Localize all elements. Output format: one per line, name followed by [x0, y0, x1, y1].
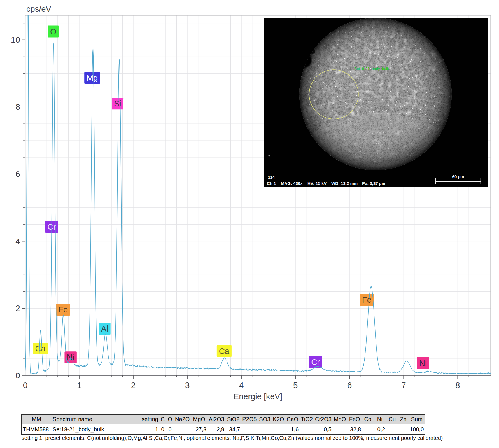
element-label-Fe-4: Fe	[56, 304, 70, 316]
table-cell: 2,9	[207, 424, 225, 434]
column-header-spectrum-name: Spectrum name	[52, 414, 141, 424]
x-tick-label: 7	[401, 381, 406, 390]
y-tick-label: 8	[15, 102, 20, 111]
column-header-cu: Cu	[386, 414, 398, 424]
table-header-row: MMSpectrum namesettingCONa2OMgOAl2O3SiO2…	[21, 414, 425, 424]
element-label-text: Fe	[58, 305, 68, 314]
element-label-Cr-9: Cr	[309, 356, 322, 368]
sem-high-voltage: HV: 15 kV	[307, 181, 327, 186]
sem-dust-speck	[269, 155, 270, 157]
x-tick-label: 3	[185, 381, 190, 390]
table-footnote: setting 1: preset elements: C(not unfold…	[22, 435, 470, 441]
table-cell	[272, 424, 285, 434]
element-label-text: Al	[101, 324, 108, 333]
column-header-o: O	[166, 414, 174, 424]
table-cell: Set18-21_body_bulk	[52, 424, 141, 434]
x-axis-ticks: 012345678	[23, 375, 490, 390]
column-header-c: C	[159, 414, 166, 424]
element-label-Al-7: Al	[99, 323, 111, 335]
column-header-sum: Sum	[409, 414, 425, 424]
column-header-co: Co	[362, 414, 373, 424]
x-tick-label: 4	[239, 381, 244, 390]
x-tick-label: 2	[131, 381, 136, 390]
column-header-na2o: Na2O	[174, 414, 191, 424]
table-cell: 32,8	[347, 424, 362, 434]
column-header-zn: Zn	[398, 414, 409, 424]
y-tick-label: 10	[11, 35, 20, 44]
sem-frame-number: 114	[268, 175, 275, 179]
column-header-tio2: TiO2	[300, 414, 314, 424]
column-header-so3: SO3	[258, 414, 272, 424]
y-tick-label: 6	[15, 169, 20, 179]
table-cell	[386, 424, 398, 434]
element-label-text: Ca	[219, 347, 230, 356]
analysis-region-label: Set18-21_body_bulk	[354, 67, 389, 71]
x-axis-title: Energie [keV]	[216, 392, 300, 401]
element-label-text: Fe	[362, 295, 372, 304]
x-tick-label: 6	[347, 381, 352, 390]
table-cell	[174, 424, 191, 434]
y-tick-label: 0	[15, 371, 20, 380]
sem-inset-image: Set18-21_body_bulk 114 Ch 1MAG: 430xHV: …	[264, 18, 488, 187]
table-cell: 0,2	[373, 424, 386, 434]
table-cell	[333, 424, 347, 434]
table-cell: 34,7	[225, 424, 241, 434]
sem-channel: Ch 1	[267, 181, 276, 186]
column-header-mno: MnO	[333, 414, 347, 424]
y-tick-label: 4	[15, 237, 20, 246]
table-cell: 27,3	[191, 424, 207, 434]
element-label-Fe-10: Fe	[360, 294, 374, 306]
sem-rim-shadow	[299, 18, 452, 170]
column-header-p2o5: P2O5	[241, 414, 258, 424]
table-cell: 1	[141, 424, 159, 434]
element-label-text: O	[50, 27, 57, 36]
x-tick-label: 0	[23, 381, 28, 390]
element-label-text: Cr	[311, 358, 320, 367]
table-row: THMM588Set18-21_body_bulk10027,32,934,71…	[21, 424, 425, 434]
x-tick-label: 1	[77, 381, 82, 390]
element-label-text: Ni	[419, 359, 427, 368]
column-header-sio2: SiO2	[225, 414, 241, 424]
column-header-al2o3: Al2O3	[207, 414, 225, 424]
y-tick-label: 2	[15, 304, 20, 313]
scale-bar-label: 60 µm	[452, 174, 464, 179]
eds-spectrum-panel: 0123456780246810OMgSiCrFeCaNiAlCaCrFeNi …	[0, 0, 499, 413]
table-cell: 1,6	[285, 424, 300, 434]
column-header-mm: MM	[21, 414, 52, 424]
sem-pixel-size: Px: 0,37 µm	[362, 181, 385, 186]
table-cell: 0	[166, 424, 174, 434]
column-header-k2o: K2O	[272, 414, 285, 424]
table-cell	[258, 424, 272, 434]
sem-magnification: MAG: 430x	[281, 181, 303, 186]
table-cell	[300, 424, 314, 434]
column-header-cao: CaO	[285, 414, 300, 424]
element-label-Ca-5: Ca	[33, 343, 48, 354]
column-header-feo: FeO	[347, 414, 362, 424]
column-header-setting: setting	[141, 414, 159, 424]
x-tick-label: 8	[455, 381, 460, 390]
element-label-Ni-11: Ni	[417, 357, 429, 369]
y-axis-title: cps/eV	[26, 4, 51, 14]
y-axis-ticks: 0246810	[11, 23, 25, 380]
element-label-O-0: O	[48, 26, 59, 38]
column-header-mgo: MgO	[191, 414, 207, 424]
table-cell	[362, 424, 373, 434]
element-label-text: Ca	[35, 344, 46, 353]
sem-working-distance: WD: 13,2 mm	[331, 181, 358, 186]
quantification-results: MMSpectrum namesettingCONa2OMgOAl2O3SiO2…	[21, 414, 430, 435]
results-table: MMSpectrum namesettingCONa2OMgOAl2O3SiO2…	[21, 414, 425, 435]
table-cell	[398, 424, 409, 434]
column-header-cr2o3: Cr2O3	[314, 414, 333, 424]
table-cell	[241, 424, 258, 434]
table-cell: THMM588	[21, 424, 52, 434]
x-tick-label: 5	[293, 381, 298, 390]
table-cell: 0	[159, 424, 166, 434]
element-label-Si-2: Si	[112, 98, 123, 109]
table-cell: 100,0	[409, 424, 425, 434]
table-cell: 0,5	[314, 424, 333, 434]
sem-metadata-line: Ch 1MAG: 430xHV: 15 kVWD: 13,2 mmPx: 0,3…	[267, 181, 385, 186]
column-header-ni: Ni	[373, 414, 386, 424]
element-label-Ca-8: Ca	[217, 345, 232, 357]
